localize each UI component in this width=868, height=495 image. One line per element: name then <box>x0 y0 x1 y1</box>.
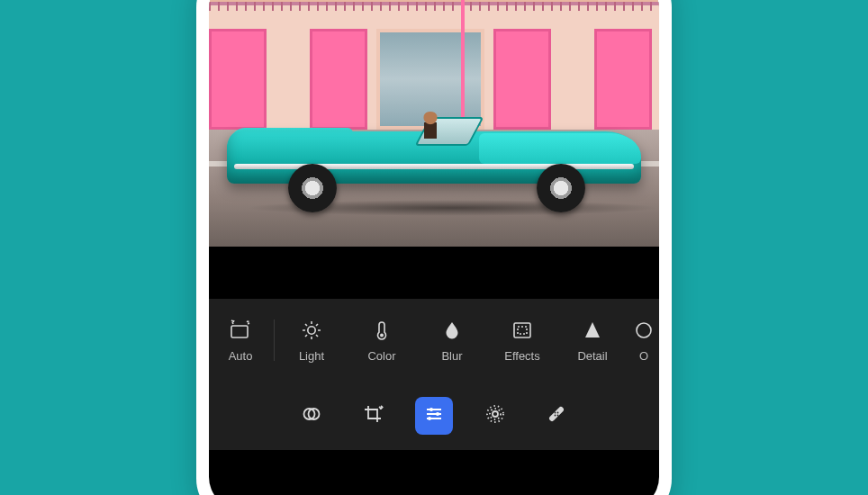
tool-label: Effects <box>504 349 540 363</box>
tool-label: Color <box>367 349 395 363</box>
svg-point-1 <box>308 326 315 333</box>
sliders-icon <box>423 403 445 428</box>
droplet-icon <box>440 319 464 342</box>
svg-rect-4 <box>518 327 527 334</box>
svg-point-15 <box>555 412 556 414</box>
tool-label: O <box>639 349 648 363</box>
radial-icon <box>484 403 506 428</box>
photo-subject-car <box>227 112 641 211</box>
svg-point-5 <box>637 323 651 338</box>
triangle-icon <box>581 319 604 342</box>
tool-effects[interactable]: Effects <box>487 299 557 382</box>
tool-label: Blur <box>441 349 462 363</box>
tool-blur[interactable]: Blur <box>417 299 487 382</box>
crop-tab[interactable] <box>354 397 392 435</box>
vignette-icon <box>511 319 534 342</box>
light-icon <box>300 319 323 342</box>
svg-point-18 <box>555 415 556 417</box>
stage: Auto Light Color <box>0 0 868 495</box>
adjust-tab[interactable] <box>415 397 453 435</box>
edited-photo <box>209 0 659 247</box>
svg-point-17 <box>557 412 559 414</box>
tool-color[interactable]: Color <box>347 299 417 382</box>
svg-rect-14 <box>548 406 565 422</box>
photo-canvas[interactable] <box>209 0 659 247</box>
auto-enhance-icon <box>229 319 252 342</box>
canvas-padding <box>209 247 659 299</box>
optics-tab[interactable] <box>476 397 514 435</box>
svg-point-8 <box>429 408 433 411</box>
bandage-icon <box>546 403 567 428</box>
svg-rect-0 <box>231 326 248 338</box>
svg-point-9 <box>436 412 439 416</box>
svg-point-2 <box>380 333 384 337</box>
overlap-circles-icon <box>301 403 322 428</box>
tool-label: Light <box>299 349 324 363</box>
edit-tools-row: Auto Light Color <box>209 299 659 382</box>
tool-light[interactable]: Light <box>276 299 347 382</box>
bottom-nav <box>209 382 659 450</box>
crop-rotate-icon <box>362 403 384 428</box>
svg-point-16 <box>557 415 559 417</box>
tool-more[interactable]: O <box>628 299 659 382</box>
temperature-icon <box>370 319 393 342</box>
heal-tab[interactable] <box>538 397 575 435</box>
separator <box>274 320 275 361</box>
svg-point-10 <box>428 417 431 420</box>
tool-detail[interactable]: Detail <box>557 299 628 382</box>
tool-label: Detail <box>577 349 607 363</box>
svg-point-11 <box>493 411 498 417</box>
more-icon <box>632 319 656 342</box>
phone-screen: Auto Light Color <box>209 0 659 495</box>
svg-rect-3 <box>514 323 530 338</box>
phone-frame: Auto Light Color <box>196 0 672 495</box>
filters-tab[interactable] <box>293 397 330 435</box>
tool-label: Auto <box>229 349 253 363</box>
tool-auto[interactable]: Auto <box>209 299 272 382</box>
svg-point-12 <box>490 409 501 419</box>
